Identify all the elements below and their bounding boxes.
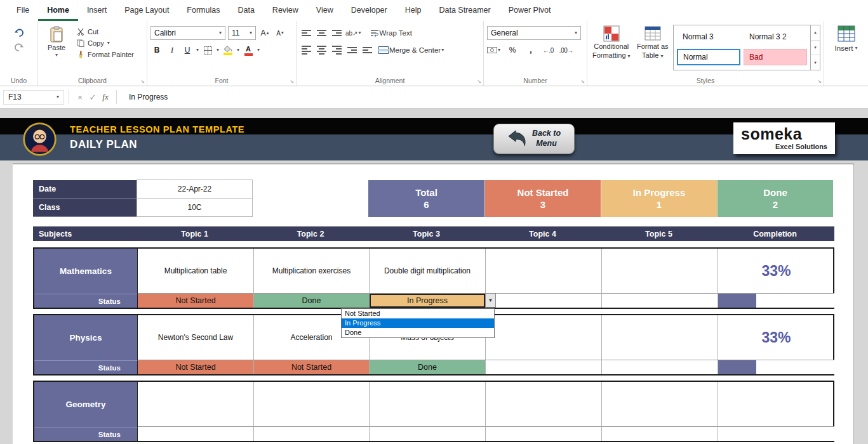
style-item-normal-3-2[interactable]: Normal 3 2 [744, 29, 807, 45]
increase-decimal-button[interactable]: ←.0 [543, 47, 554, 54]
dropdown-option-not-started[interactable]: Not Started [342, 309, 494, 318]
topic-cell[interactable]: Multiplication exercises [254, 249, 370, 294]
dropdown-option-done[interactable]: Done [342, 328, 494, 337]
bold-button[interactable]: B [150, 44, 163, 56]
format-as-table-button[interactable]: Format as Table ▾ [635, 23, 671, 60]
ribbon-tab-file[interactable]: File [8, 0, 38, 21]
insert-cells-button[interactable]: Insert▾ [835, 44, 858, 52]
italic-button[interactable]: I [166, 44, 178, 56]
topic-cell[interactable] [254, 382, 370, 427]
style-item-normal-3[interactable]: Normal 3 [677, 29, 740, 45]
topic-cell[interactable] [138, 382, 254, 427]
insert-function-icon[interactable]: fx [99, 92, 112, 102]
topic-cell[interactable] [602, 315, 718, 360]
gallery-down-icon[interactable]: ▾ [811, 41, 820, 56]
status-cell[interactable]: Done [254, 294, 370, 308]
paste-button[interactable]: Paste ▾ [41, 23, 72, 58]
back-to-menu-button[interactable]: Back toMenu [493, 124, 575, 154]
cancel-icon[interactable]: × [74, 93, 86, 102]
date-value[interactable]: 22-Apr-22 [137, 180, 253, 199]
status-cell[interactable] [486, 294, 602, 308]
top-align-icon[interactable] [300, 27, 312, 39]
bottom-align-icon[interactable] [330, 27, 343, 39]
status-cell[interactable]: Done [370, 360, 486, 374]
align-center-icon[interactable] [315, 44, 328, 56]
underline-button[interactable]: U [181, 44, 194, 56]
status-cell[interactable]: Not Started [138, 360, 254, 374]
align-left-icon[interactable] [300, 44, 312, 56]
topic-cell[interactable]: Newton's Second Law [138, 315, 254, 360]
topic-cell[interactable] [486, 382, 602, 427]
borders-button[interactable] [201, 44, 214, 56]
gallery-more-icon[interactable]: ▾ [811, 55, 820, 70]
decrease-indent-icon[interactable] [345, 44, 358, 56]
topic-cell[interactable] [602, 382, 718, 427]
status-cell[interactable]: Not Started [254, 360, 370, 374]
status-cell[interactable] [602, 427, 718, 441]
ribbon-tab-power-pivot[interactable]: Power Pivot [500, 0, 560, 21]
topic-cell[interactable] [602, 249, 718, 294]
formula-input[interactable]: In Progress [129, 93, 168, 101]
topic-cell[interactable] [486, 249, 602, 294]
topic-cell[interactable] [486, 315, 602, 360]
align-right-icon[interactable] [330, 44, 343, 56]
font-color-button[interactable]: A [242, 45, 255, 56]
undo-icon[interactable] [14, 29, 24, 37]
ribbon-tab-data-streamer[interactable]: Data Streamer [430, 0, 499, 21]
cut-button[interactable]: Cut [77, 28, 134, 36]
ribbon-tab-insert[interactable]: Insert [78, 0, 116, 21]
someka-logo[interactable]: someka Excel Solutions [733, 122, 835, 154]
dropdown-option-in-progress[interactable]: In Progress [342, 318, 494, 328]
increase-indent-icon[interactable] [361, 44, 373, 56]
percent-style-button[interactable]: % [506, 44, 519, 56]
gallery-up-icon[interactable]: ▴ [811, 25, 820, 41]
topic-cell[interactable]: Multiplication table [138, 249, 254, 294]
format-painter-button[interactable]: Format Painter [77, 51, 134, 58]
status-cell[interactable] [370, 427, 486, 441]
wrap-text-button[interactable]: Wrap Text [370, 27, 412, 39]
ribbon-tab-home[interactable]: Home [38, 0, 78, 21]
copy-button[interactable]: Copy ▾ [77, 39, 134, 47]
status-cell[interactable]: In Progress▼ [370, 294, 486, 308]
decrease-decimal-button[interactable]: .00→ [559, 47, 573, 54]
middle-align-icon[interactable] [315, 27, 328, 39]
redo-icon[interactable] [14, 43, 24, 51]
style-item-normal[interactable]: Normal [677, 49, 740, 65]
subject-cell[interactable]: Mathematics [34, 249, 138, 294]
alignment-dialog-launcher-icon[interactable]: ↘ [477, 79, 481, 84]
borders-menu-icon[interactable]: ▾ [217, 48, 219, 53]
fill-color-button[interactable] [222, 46, 234, 55]
number-dialog-launcher-icon[interactable]: ↘ [580, 79, 585, 84]
status-cell[interactable] [486, 360, 602, 374]
ribbon-tab-help[interactable]: Help [396, 0, 431, 21]
ribbon-tab-page-layout[interactable]: Page Layout [116, 0, 178, 21]
font-dialog-launcher-icon[interactable]: ↘ [290, 79, 294, 84]
enter-icon[interactable]: ✓ [86, 93, 99, 102]
orientation-button[interactable]: ab↗▾ [345, 27, 361, 39]
font-color-menu-icon[interactable]: ▾ [257, 48, 260, 53]
subject-cell[interactable]: Physics [34, 315, 138, 360]
topic-cell[interactable] [370, 382, 486, 427]
font-size-combobox[interactable]: 11 ▾ [228, 26, 256, 40]
ribbon-tab-view[interactable]: View [307, 0, 342, 21]
styles-dialog-launcher-icon[interactable]: ↘ [817, 79, 822, 84]
number-format-combobox[interactable]: General ▾ [487, 26, 581, 40]
subject-cell[interactable]: Geometry [34, 382, 138, 427]
status-cell[interactable]: Not Started [138, 294, 254, 308]
ribbon-tab-developer[interactable]: Developer [342, 0, 396, 21]
accounting-format-button[interactable]: ▾ [487, 44, 500, 56]
merge-center-button[interactable]: Merge & Center ▾ [378, 44, 444, 56]
ribbon-tab-formulas[interactable]: Formulas [178, 0, 229, 21]
decrease-font-size-button[interactable]: A▾ [274, 27, 286, 39]
increase-font-size-button[interactable]: A▴ [258, 27, 271, 39]
name-box[interactable]: F13 ▾ [3, 90, 64, 105]
status-cell[interactable] [254, 427, 370, 441]
style-item-bad[interactable]: Bad [744, 49, 807, 65]
topic-cell[interactable]: Double digit multiplication [370, 249, 486, 294]
ribbon-tab-data[interactable]: Data [229, 0, 263, 21]
clipboard-dialog-launcher-icon[interactable]: ↘ [140, 79, 145, 84]
conditional-formatting-button[interactable]: Conditional Formatting ▾ [591, 23, 632, 60]
status-cell[interactable] [602, 360, 718, 374]
ribbon-tab-review[interactable]: Review [264, 0, 307, 21]
comma-style-button[interactable]: , [524, 44, 537, 56]
